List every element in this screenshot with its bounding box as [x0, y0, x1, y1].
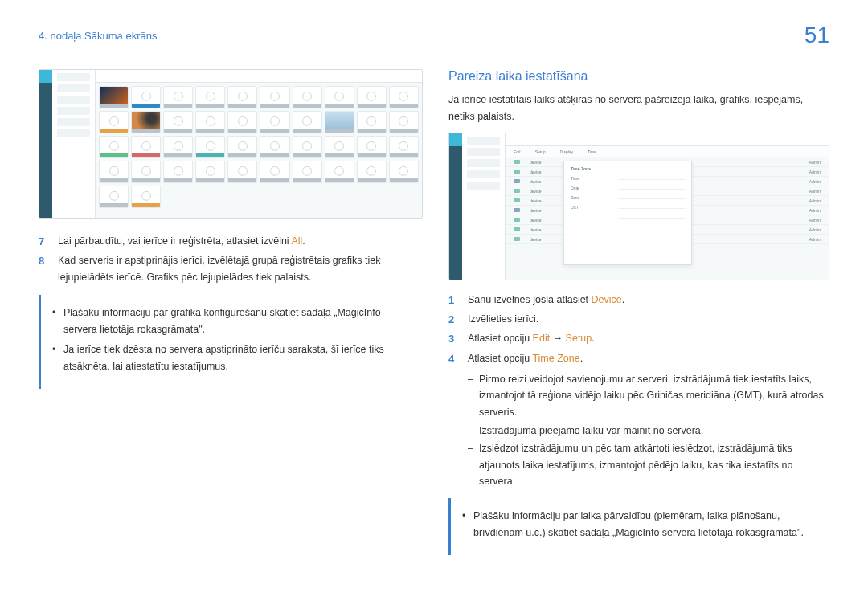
content-columns: 7 Lai pārbaudītu, vai ierīce ir reģistrē… [0, 58, 868, 555]
right-column: Pareiza laika iestatīšana Ja ierīcē iest… [448, 69, 829, 555]
step-8: 8 Kad serveris ir apstiprinājis ierīci, … [39, 252, 423, 287]
step-3: 3 Atlasiet opciju Edit → Setup. [448, 330, 829, 348]
step-2: 2 Izvēlieties ierīci. [448, 311, 829, 329]
step-keyword: Edit [533, 333, 551, 344]
chapter-title: 4. nodaļa Sākuma ekrāns [39, 30, 157, 42]
step-text-post: . [592, 333, 594, 344]
step-text-pre: Sānu izvēlnes joslā atlasiet [468, 294, 592, 305]
arrow-icon: → [550, 333, 565, 344]
info-item: Plašāku informāciju par grafika konfigur… [52, 304, 411, 339]
info-item: Ja ierīce tiek dzēsta no servera apstipr… [52, 341, 411, 376]
step-keyword: Setup [566, 333, 592, 344]
section-intro: Ja ierīcē iestatītais laiks atšķiras no … [448, 92, 829, 125]
page-number: 51 [805, 22, 829, 48]
step-number: 7 [39, 233, 50, 251]
step-text: Izvēlieties ierīci. [468, 311, 829, 329]
info-item: Plašāku informāciju par laika pārvaldību… [462, 508, 818, 542]
step-keyword: Time Zone [532, 353, 579, 364]
device-setup-screenshot: EditSetupDisplayTime deviceAdmin deviceA… [448, 133, 829, 280]
step-number: 8 [39, 252, 50, 287]
step-number: 1 [448, 292, 460, 309]
right-info-box: Plašāku informāciju par laika pārvaldību… [448, 498, 829, 555]
step-text-post: . [622, 294, 624, 305]
sub-note: Izstrādājumā pieejamo laiku var mainīt n… [468, 423, 829, 439]
device-grid-screenshot [39, 69, 423, 219]
sub-note: Izslēdzot izstrādājumu un pēc tam atkārt… [468, 440, 829, 490]
step-keyword: Device [592, 294, 622, 305]
step-text-pre: Atlasiet opciju [468, 333, 533, 344]
step-number: 2 [448, 311, 460, 329]
left-column: 7 Lai pārbaudītu, vai ierīce ir reģistrē… [39, 69, 423, 555]
step-text-pre: Atlasiet opciju [468, 353, 532, 364]
step-text-post: . [302, 235, 305, 247]
sub-notes-list: Pirmo reizi veidojot savienojumu ar serv… [468, 371, 829, 490]
step-4: 4 Atlasiet opciju Time Zone. [448, 350, 829, 368]
sub-note: Pirmo reizi veidojot savienojumu ar serv… [468, 371, 829, 421]
step-1: 1 Sānu izvēlnes joslā atlasiet Device. [448, 292, 829, 309]
step-number: 4 [448, 350, 460, 368]
page-header: 4. nodaļa Sākuma ekrāns 51 [0, 0, 868, 58]
step-keyword: All [291, 235, 302, 247]
left-steps-list: 7 Lai pārbaudītu, vai ierīce ir reģistrē… [39, 233, 423, 287]
left-info-box: Plašāku informāciju par grafika konfigur… [39, 295, 423, 389]
right-steps-list: 1 Sānu izvēlnes joslā atlasiet Device. 2… [448, 292, 829, 367]
step-text-pre: Lai pārbaudītu, vai ierīce ir reģistrēta… [58, 235, 291, 247]
step-7: 7 Lai pārbaudītu, vai ierīce ir reģistrē… [39, 233, 423, 251]
step-text-post: . [580, 353, 583, 364]
step-text: Kad serveris ir apstiprinājis ierīci, iz… [58, 252, 423, 287]
step-number: 3 [448, 330, 460, 348]
section-title: Pareiza laika iestatīšana [448, 69, 829, 84]
